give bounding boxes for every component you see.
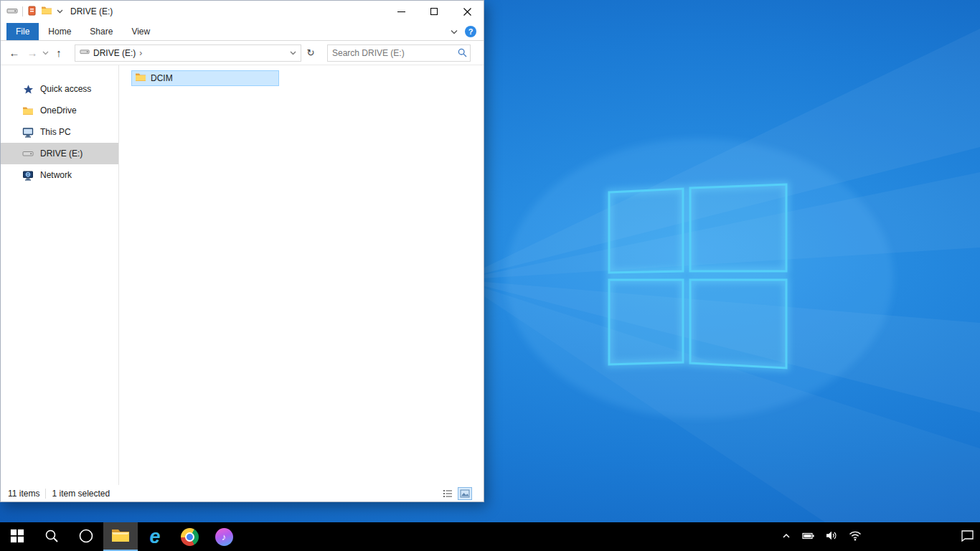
address-bar[interactable]: DRIVE (E:) ›	[75, 44, 301, 62]
forward-button[interactable]: →	[24, 44, 40, 62]
file-item-dcim[interactable]: DCIM	[131, 70, 279, 86]
taskbar-search-button[interactable]	[34, 522, 69, 551]
recent-locations-chevron-icon[interactable]	[42, 51, 49, 55]
start-icon	[10, 529, 24, 545]
volume-icon[interactable]	[826, 530, 838, 543]
items-count: 11 items	[8, 489, 39, 499]
file-item-label: DCIM	[151, 73, 173, 83]
pc-icon	[22, 126, 34, 138]
search-box	[327, 44, 471, 62]
internet-explorer-icon: e	[149, 527, 160, 547]
wifi-icon[interactable]	[849, 530, 862, 543]
sidebar-item-quick-access[interactable]: Quick access	[1, 78, 118, 100]
sidebar-item-label: Quick access	[40, 84, 91, 94]
search-icon	[44, 529, 59, 545]
drive-window-icon	[6, 5, 18, 19]
file-explorer-icon	[111, 528, 130, 545]
address-dropdown-chevron-icon[interactable]	[290, 51, 296, 55]
itunes-button[interactable]: ♪	[207, 522, 241, 551]
cortana-button[interactable]	[69, 522, 103, 551]
battery-icon[interactable]	[802, 531, 815, 543]
breadcrumb-chevron[interactable]: ›	[139, 48, 142, 58]
status-bar: 11 items 1 item selected	[1, 485, 484, 501]
sidebar-item-onedrive[interactable]: OneDrive	[1, 100, 118, 121]
star-icon	[22, 83, 34, 95]
qat-separator	[22, 6, 23, 17]
sidebar-item-this-pc[interactable]: This PC	[1, 121, 118, 143]
search-icon[interactable]	[454, 48, 470, 57]
sidebar-item-label: Network	[40, 170, 72, 180]
window-body: Quick access OneDrive This PC DRIVE (E:)	[1, 65, 484, 485]
folder-icon	[135, 72, 146, 84]
tab-file[interactable]: File	[6, 23, 39, 40]
sidebar-item-drive-e[interactable]: DRIVE (E:)	[1, 143, 118, 164]
drive-breadcrumb-icon	[80, 47, 90, 59]
large-icons-view-icon[interactable]	[458, 487, 472, 500]
up-button[interactable]: ↑	[51, 44, 67, 62]
ribbon-right-controls: ?	[451, 26, 484, 40]
drive-icon	[22, 148, 34, 159]
sidebar-item-label: OneDrive	[40, 105, 77, 116]
tab-home[interactable]: Home	[39, 23, 80, 40]
help-icon[interactable]: ?	[465, 26, 476, 37]
view-switcher	[440, 487, 476, 500]
folder-icon	[22, 105, 34, 116]
ribbon-tab-bar: File Home Share View ?	[1, 22, 484, 41]
start-button[interactable]	[0, 522, 34, 551]
system-tray	[781, 522, 980, 551]
network-icon	[22, 169, 34, 181]
cortana-icon	[78, 528, 94, 546]
new-folder-qat-icon[interactable]	[41, 6, 52, 17]
minimize-button[interactable]	[385, 1, 418, 22]
itunes-icon: ♪	[215, 528, 233, 546]
tab-view[interactable]: View	[122, 23, 159, 40]
back-button[interactable]: ←	[6, 44, 22, 62]
sidebar-item-label: This PC	[40, 127, 71, 137]
window-controls	[385, 1, 484, 22]
file-explorer-window: DRIVE (E:) File Home Share View ? ← →	[0, 0, 484, 502]
breadcrumb-drive[interactable]: DRIVE (E:)	[93, 48, 136, 58]
qat-customize-chevron-icon[interactable]	[57, 9, 63, 14]
expand-ribbon-chevron-icon[interactable]	[451, 29, 458, 34]
selection-count: 1 item selected	[52, 489, 110, 499]
maximize-button[interactable]	[418, 1, 451, 22]
close-button[interactable]	[451, 1, 484, 22]
refresh-icon[interactable]: ↻	[303, 44, 318, 62]
tab-share[interactable]: Share	[80, 23, 122, 40]
action-center-icon[interactable]	[961, 529, 974, 544]
navigation-bar: ← → ↑ DRIVE (E:) › ↻	[1, 41, 484, 65]
details-view-icon[interactable]	[440, 487, 455, 500]
properties-qat-icon[interactable]	[27, 6, 37, 18]
search-input[interactable]	[328, 48, 454, 58]
taskbar-file-explorer-button[interactable]	[103, 522, 138, 551]
title-bar: DRIVE (E:)	[1, 1, 484, 22]
sidebar-item-network[interactable]: Network	[1, 164, 118, 186]
chrome-button[interactable]	[172, 522, 207, 551]
taskbar: e ♪	[0, 522, 980, 551]
quick-access-toolbar	[1, 5, 63, 19]
chrome-icon	[181, 528, 199, 546]
show-hidden-icons-chevron[interactable]	[781, 532, 791, 542]
status-separator	[45, 489, 46, 499]
file-list[interactable]: DCIM	[119, 65, 484, 485]
window-title: DRIVE (E:)	[70, 6, 113, 17]
internet-explorer-button[interactable]: e	[138, 522, 172, 551]
sidebar-item-label: DRIVE (E:)	[40, 149, 83, 159]
navigation-pane: Quick access OneDrive This PC DRIVE (E:)	[1, 65, 119, 485]
